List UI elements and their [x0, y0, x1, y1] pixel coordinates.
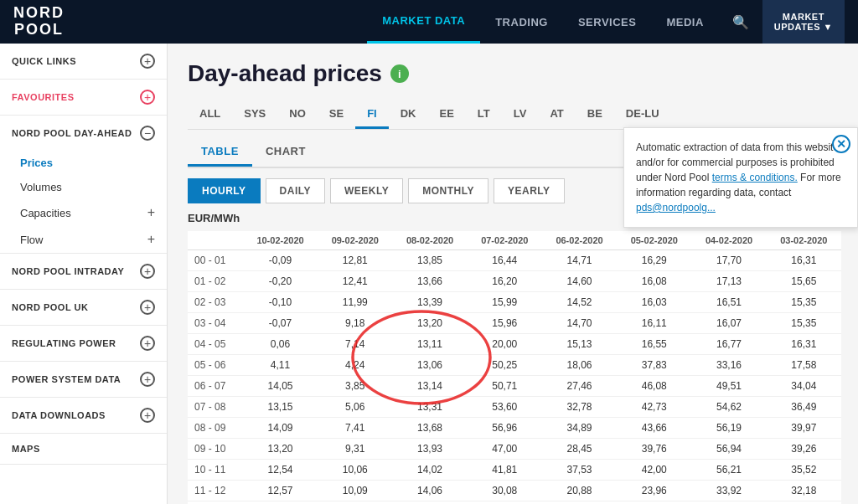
- cell-hour: 05 - 06: [188, 355, 243, 376]
- table-row: 05 - 064,114,2413,0650,2518,0637,8333,16…: [188, 355, 841, 376]
- cell-r12-c0: 12,01: [243, 501, 318, 505]
- popup-close-button[interactable]: ✕: [832, 135, 850, 153]
- sidebar-quick-links-header[interactable]: QUICK LINKS: [0, 44, 167, 79]
- sidebar-section-day-ahead: NORD POOL DAY-AHEAD Prices Volumes Capac…: [0, 116, 167, 254]
- cell-r4-c0: 0,06: [243, 334, 318, 355]
- table-row: 11 - 1212,5710,0914,0630,0820,8823,9633,…: [188, 481, 841, 501]
- cell-hour: 07 - 08: [188, 397, 243, 418]
- col-date-3: 07-02-2020: [468, 231, 542, 250]
- cell-r2-c0: -0,10: [243, 292, 318, 313]
- sidebar-item-flow[interactable]: Flow +: [0, 226, 167, 253]
- sidebar-section-intraday: NORD POOL INTRADAY: [0, 254, 167, 290]
- area-tabs: ALL SYS NO SE FI DK EE LT LV AT BE DE-LU: [188, 100, 841, 130]
- table-row: 06 - 0714,053,8513,1450,7127,4646,0849,5…: [188, 376, 841, 397]
- popup-terms-link[interactable]: terms & conditions.: [712, 172, 798, 183]
- cell-r11-c6: 33,92: [691, 481, 766, 501]
- area-tab-delu[interactable]: DE-LU: [614, 100, 671, 129]
- col-date-7: 03-02-2020: [767, 231, 841, 250]
- cell-r10-c2: 14,02: [392, 460, 467, 481]
- sidebar-item-volumes[interactable]: Volumes: [0, 175, 167, 199]
- area-tab-se[interactable]: SE: [318, 100, 355, 129]
- cell-r2-c2: 13,39: [392, 292, 467, 313]
- sidebar-section-maps: MAPS: [0, 434, 167, 465]
- sidebar-item-capacities[interactable]: Capacities +: [0, 199, 167, 226]
- cell-r1-c7: 15,65: [767, 271, 841, 292]
- cell-hour: 08 - 09: [188, 418, 243, 439]
- data-table-scroll[interactable]: 10-02-2020 09-02-2020 08-02-2020 07-02-2…: [188, 231, 841, 504]
- sidebar-favourites-title: FAVOURITES: [12, 92, 74, 102]
- cell-r1-c0: -0,20: [243, 271, 318, 292]
- area-tab-at[interactable]: AT: [538, 100, 575, 129]
- cell-r5-c7: 17,58: [767, 355, 841, 376]
- sidebar-power-system-icon: [140, 372, 155, 387]
- cell-hour: 03 - 04: [188, 313, 243, 334]
- sidebar-item-prices[interactable]: Prices: [0, 151, 167, 175]
- page-title: Day-ahead prices: [188, 60, 382, 87]
- period-monthly[interactable]: MONTHLY: [408, 178, 488, 203]
- view-tab-chart[interactable]: CHART: [252, 138, 319, 167]
- cell-r0-c1: 12,81: [318, 250, 392, 271]
- nav-market-data[interactable]: MARKET DATA: [367, 0, 480, 44]
- area-tab-no[interactable]: NO: [277, 100, 318, 129]
- sidebar-intraday-header[interactable]: NORD POOL INTRADAY: [0, 254, 167, 289]
- area-tab-lv[interactable]: LV: [502, 100, 539, 129]
- search-icon[interactable]: 🔍: [719, 14, 762, 30]
- table-row: 04 - 050,067,1413,1120,0015,1316,5516,77…: [188, 334, 841, 355]
- cell-r11-c7: 32,18: [767, 481, 841, 501]
- table-row: 03 - 04-0,079,1813,2015,9614,7016,1116,0…: [188, 313, 841, 334]
- sidebar-maps-title: MAPS: [12, 444, 40, 454]
- popup-email-link[interactable]: pds@nordpoolg...: [636, 202, 716, 213]
- cell-r5-c6: 33,16: [691, 355, 766, 376]
- sidebar-day-ahead-header[interactable]: NORD POOL DAY-AHEAD: [0, 116, 167, 151]
- col-date-4: 06-02-2020: [542, 231, 617, 250]
- info-icon[interactable]: i: [390, 64, 409, 83]
- area-tab-sys[interactable]: SYS: [232, 100, 277, 129]
- cell-r5-c5: 37,83: [617, 355, 691, 376]
- sidebar-favourites-header[interactable]: FAVOURITES: [0, 80, 167, 115]
- cell-r3-c5: 16,11: [617, 313, 691, 334]
- area-tab-dk[interactable]: DK: [389, 100, 428, 129]
- area-tab-ee[interactable]: EE: [427, 100, 465, 129]
- cell-r3-c0: -0,07: [243, 313, 318, 334]
- sidebar-section-power-system: POWER SYSTEM DATA: [0, 362, 167, 398]
- cell-r9-c0: 13,20: [243, 439, 318, 460]
- sidebar-maps-header[interactable]: MAPS: [0, 434, 167, 464]
- period-weekly[interactable]: WEEKLY: [330, 178, 403, 203]
- table-row: 12 - 1312,0110,0713,9824,5422,6223,9831,…: [188, 501, 841, 505]
- table-row: 01 - 02-0,2012,4113,6616,2014,6016,0817,…: [188, 271, 841, 292]
- market-updates-button[interactable]: MARKETUPDATES ▼: [762, 0, 845, 44]
- area-tab-lt[interactable]: LT: [466, 100, 502, 129]
- period-hourly[interactable]: HOURLY: [188, 178, 261, 203]
- nav-services[interactable]: SERVICES: [563, 0, 652, 44]
- nav-media[interactable]: MEDIA: [651, 0, 718, 44]
- cell-r8-c0: 14,09: [243, 418, 318, 439]
- nav-trading[interactable]: TRADING: [480, 0, 563, 44]
- cell-hour: 02 - 03: [188, 292, 243, 313]
- cell-r10-c0: 12,54: [243, 460, 318, 481]
- cell-r11-c5: 23,96: [617, 481, 691, 501]
- cell-r0-c5: 16,29: [617, 250, 691, 271]
- view-tab-table[interactable]: TABLE: [188, 138, 252, 167]
- logo: NORD POOL: [13, 5, 65, 39]
- cell-r10-c4: 37,53: [542, 460, 617, 481]
- period-daily[interactable]: DAILY: [266, 178, 325, 203]
- cell-r11-c3: 30,08: [468, 481, 542, 501]
- area-tab-be[interactable]: BE: [576, 100, 614, 129]
- sidebar-uk-header[interactable]: NORD POOL UK: [0, 290, 167, 325]
- logo-line2: POOL: [14, 22, 64, 39]
- period-yearly[interactable]: YEARLY: [494, 178, 565, 203]
- cell-r10-c6: 56,21: [691, 460, 766, 481]
- cell-r2-c7: 15,35: [767, 292, 841, 313]
- area-tab-all[interactable]: ALL: [188, 100, 232, 129]
- cell-r12-c1: 10,07: [318, 501, 392, 505]
- sidebar-intraday-icon: [140, 264, 155, 279]
- main-content: Day-ahead prices i ALL SYS NO SE FI DK E…: [168, 44, 858, 504]
- sidebar-power-system-header[interactable]: POWER SYSTEM DATA: [0, 362, 167, 397]
- cell-r2-c1: 11,99: [318, 292, 392, 313]
- navigation: NORD POOL MARKET DATA TRADING SERVICES M…: [0, 0, 858, 44]
- table-row: 10 - 1112,5410,0614,0241,8137,5342,0056,…: [188, 460, 841, 481]
- cell-r3-c7: 15,35: [767, 313, 841, 334]
- sidebar-regulating-header[interactable]: REGULATING POWER: [0, 326, 167, 361]
- area-tab-fi[interactable]: FI: [355, 100, 389, 129]
- sidebar-data-downloads-header[interactable]: DATA DOWNLOADS: [0, 398, 167, 433]
